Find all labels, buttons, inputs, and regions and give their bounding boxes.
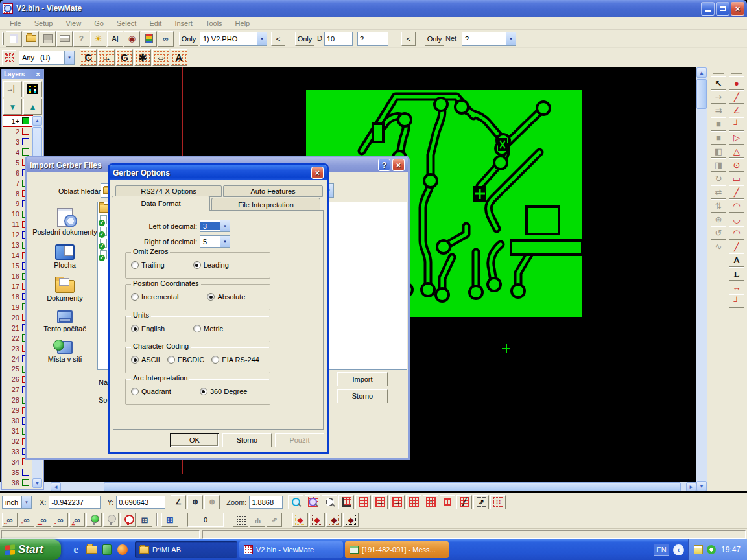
unit-select[interactable]: inch▼ <box>2 496 32 509</box>
examine-all-icon[interactable]: ∞ •• <box>2 513 18 527</box>
task-messenger[interactable]: [191-482-091] - Mess... <box>345 541 449 558</box>
gerber-file-checked-icon-2[interactable] <box>100 227 107 236</box>
mirror-horizontal-tool[interactable]: ◨ <box>711 158 726 172</box>
place-desktop[interactable]: Plocha <box>32 242 98 270</box>
x-coordinate-field[interactable] <box>49 496 101 509</box>
zoom-tool-icon[interactable] <box>288 495 303 509</box>
chevron-down-icon[interactable]: ▼ <box>257 32 267 45</box>
ok-button[interactable]: OK <box>170 433 219 447</box>
layer-row[interactable]: 1+ <box>3 116 32 126</box>
chevron-down-icon[interactable]: ▼ <box>21 496 31 508</box>
pan-left-icon[interactable]: ← <box>372 495 388 509</box>
chevron-down-icon[interactable]: ▼ <box>220 236 230 247</box>
filter-select[interactable]: Any (U)▼ <box>19 51 75 65</box>
undo-tool[interactable]: ↺ <box>711 226 726 240</box>
pan-right-icon[interactable]: → <box>389 495 405 509</box>
draw-sketch-tool[interactable]: ╱ <box>729 240 744 253</box>
chevron-down-icon[interactable]: ▼ <box>220 220 230 231</box>
radio-option[interactable]: ASCII <box>131 356 160 364</box>
relative-move-icon[interactable]: ⇗ <box>267 513 282 527</box>
tab-auto-features[interactable]: Auto Features <box>223 185 323 197</box>
grid-dots-icon[interactable] <box>233 513 248 527</box>
tile-view-icon[interactable]: ⊞ <box>137 513 152 527</box>
flash-frame-icon[interactable]: ◆ <box>343 513 359 527</box>
draw-arc-down-tool[interactable]: ◡ <box>729 213 744 226</box>
scroll-left-icon[interactable]: ◄ <box>51 482 61 491</box>
apply-button[interactable]: Použít <box>275 433 324 447</box>
draw-rectangle-tool[interactable]: ▭ <box>729 172 744 185</box>
start-button[interactable]: Start <box>0 539 61 560</box>
quick-firefox-icon[interactable] <box>117 544 128 555</box>
freehand-select-tool[interactable]: ∿ <box>711 240 726 253</box>
draw-dimension-tool[interactable]: ↔ <box>729 281 744 294</box>
draw-label-tool[interactable]: L <box>729 267 744 281</box>
highlight-flash-button[interactable]: ✱ <box>134 49 151 66</box>
highlight-component-button[interactable]: C <box>80 49 97 66</box>
fill-outline-tool[interactable]: ■ <box>711 131 726 145</box>
quick-folder-icon[interactable] <box>86 544 97 555</box>
move-layer-down-button[interactable]: ▼ <box>3 99 22 115</box>
highlight-on-icon[interactable] <box>86 513 102 527</box>
fill-solid-tool[interactable]: ■ <box>711 117 726 131</box>
net-select[interactable]: ?▼ <box>462 32 516 46</box>
y-coordinate-field[interactable] <box>116 496 165 509</box>
chevron-down-icon[interactable]: ▼ <box>506 32 516 45</box>
settings-tool[interactable]: ⊛ <box>711 213 726 226</box>
menu-edit[interactable]: Edit <box>143 18 167 29</box>
grid-icon[interactable] <box>355 495 371 509</box>
layer-color-swatch[interactable] <box>22 138 29 145</box>
import-button[interactable]: Import <box>337 372 388 386</box>
layer-select[interactable]: 1) V2.PHO▼ <box>200 32 267 46</box>
examine-ruler-icon[interactable]: ∞ <box>158 31 174 47</box>
flash-select-icon[interactable]: ◆ <box>309 513 325 527</box>
swap-tool[interactable]: ⇄ <box>711 185 726 199</box>
right-of-decimal-select[interactable]: 5▼ <box>200 235 230 248</box>
menu-setup[interactable]: Setup <box>29 18 59 29</box>
probe-icon[interactable]: ⊕ <box>204 495 220 509</box>
draw-pad-tool[interactable]: ● <box>729 76 744 90</box>
draw-triangle-tool[interactable]: △ <box>729 145 744 158</box>
draw-text-tool[interactable]: A <box>729 253 744 267</box>
examine-item-icon[interactable]: ∞ • <box>53 513 68 527</box>
help-button[interactable]: ? <box>378 159 390 171</box>
highlight-trace-button[interactable]: ⇔ <box>152 49 169 66</box>
layer-color-swatch[interactable] <box>22 117 29 124</box>
aperture-list-icon[interactable]: A| <box>107 31 123 47</box>
layer-setup-button[interactable] <box>23 81 42 97</box>
grid-offset-icon[interactable]: ╱ <box>456 495 472 509</box>
context-help-icon[interactable]: ? <box>73 31 89 47</box>
cancel-button[interactable]: Storno <box>337 389 388 403</box>
task-mlab[interactable]: D:\MLAB <box>135 541 237 558</box>
pad-display-icon[interactable]: ◉ <box>124 31 140 47</box>
mirror-vertical-tool[interactable]: ◧ <box>711 145 726 158</box>
goto-arrow-button[interactable]: → <box>98 49 115 66</box>
layer-row[interactable]: 36 <box>3 478 32 488</box>
menu-select[interactable]: Select <box>111 18 143 29</box>
radio-option[interactable]: Absolute <box>207 293 245 301</box>
zoom-window-icon[interactable] <box>322 495 337 509</box>
tile-windows-icon[interactable]: ⊞ <box>161 513 178 527</box>
place-recent-documents[interactable]: Poslední dokumenty <box>32 208 98 237</box>
scroll-up-icon[interactable]: ▲ <box>32 116 42 126</box>
layer-color-swatch[interactable] <box>22 469 29 476</box>
examine-board-icon[interactable]: ∞ ▬ <box>36 513 51 527</box>
selection-grid-icon[interactable] <box>2 50 16 65</box>
save-icon[interactable] <box>40 31 56 47</box>
close-button[interactable]: × <box>731 2 744 16</box>
anchor-icon[interactable]: Ψ <box>250 513 265 527</box>
radio-option[interactable]: Quadrant <box>131 388 171 395</box>
rotate-tool[interactable]: ↻ <box>711 172 726 185</box>
draw-angle-line-tool[interactable]: ∠ <box>729 104 744 117</box>
layer-colors-icon[interactable] <box>141 31 157 47</box>
gerber-file-checked-icon-3[interactable] <box>100 239 107 248</box>
draw-corner-tool[interactable]: ┘ <box>729 117 744 131</box>
draw-arc-up-tool[interactable]: ◠ <box>729 199 744 213</box>
pan-down-icon[interactable]: ↓ <box>406 495 421 509</box>
chevron-down-icon[interactable]: ▼ <box>64 51 74 64</box>
move-origin-tool[interactable]: ⇢ <box>711 90 726 104</box>
menu-tools[interactable]: Tools <box>200 18 228 29</box>
grid-step-icon[interactable] <box>440 495 455 509</box>
tab-data-format[interactable]: Data Format <box>112 196 210 211</box>
menu-view[interactable]: View <box>60 18 87 29</box>
examine-angle-icon[interactable]: ∞ ∠ <box>69 513 85 527</box>
